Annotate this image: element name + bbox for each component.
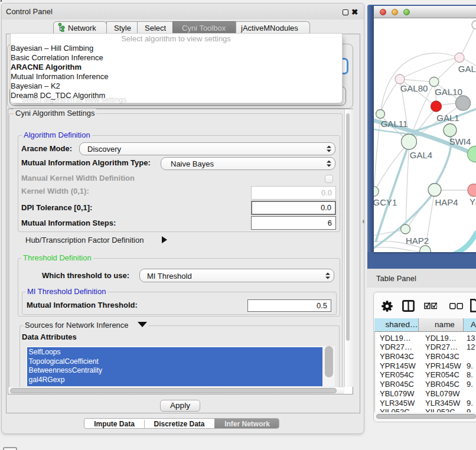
svg-text:GCY1: GCY1 bbox=[374, 197, 397, 207]
svg-text:GAL4: GAL4 bbox=[410, 150, 432, 160]
svg-text:GAL2: GAL2 bbox=[458, 64, 476, 74]
svg-text:GAL80: GAL80 bbox=[400, 83, 428, 93]
svg-text:GAL10: GAL10 bbox=[435, 87, 462, 97]
svg-text:HAP4: HAP4 bbox=[435, 197, 458, 207]
svg-text:GAL1: GAL1 bbox=[436, 113, 459, 123]
svg-text:HAP2: HAP2 bbox=[406, 236, 429, 246]
svg-text:SWI4: SWI4 bbox=[449, 136, 471, 146]
svg-text:YJL21: YJL21 bbox=[470, 197, 476, 207]
svg-text:GAL11: GAL11 bbox=[381, 119, 408, 129]
